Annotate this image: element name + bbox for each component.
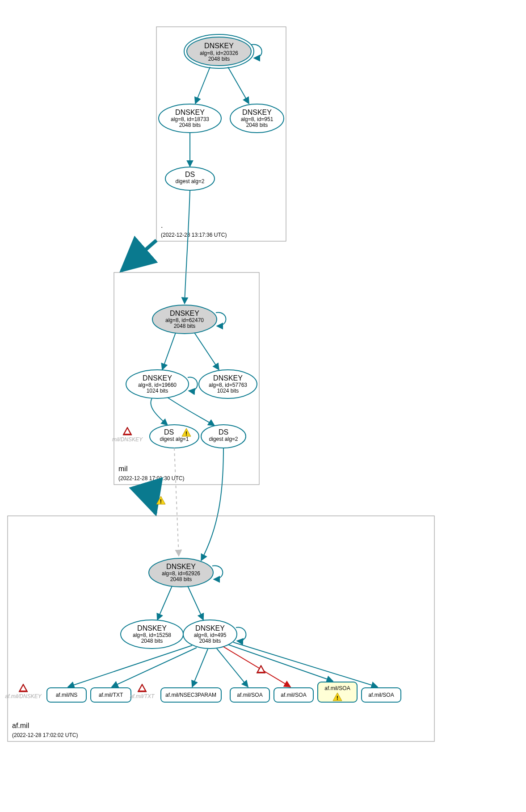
svg-text:DNSKEY: DNSKEY bbox=[166, 563, 196, 570]
svg-text:DNSKEY: DNSKEY bbox=[213, 374, 243, 382]
node-mil-ksk[interactable]: DNSKEY alg=8, id=62470 2048 bits bbox=[152, 305, 217, 334]
selfloop bbox=[236, 628, 246, 641]
svg-text:alg=8, id=15258: alg=8, id=15258 bbox=[133, 632, 171, 638]
node-af-ksk[interactable]: DNSKEY alg=8, id=62926 2048 bits bbox=[149, 558, 213, 587]
svg-text:digest alg=2: digest alg=2 bbox=[175, 178, 204, 184]
svg-text:2048 bits: 2048 bits bbox=[199, 638, 221, 644]
zone-mil-ts: (2022-12-28 17:01:30 UTC) bbox=[118, 475, 184, 481]
svg-text:2048 bits: 2048 bits bbox=[246, 122, 268, 128]
edge-red bbox=[223, 647, 290, 687]
node-mil-zsk1[interactable]: DNSKEY alg=8, id=19660 1024 bits bbox=[126, 370, 189, 398]
rr-text: af.mil/TXT bbox=[99, 692, 123, 698]
zone-root-ts: (2022-12-28 13:17:36 UTC) bbox=[161, 232, 227, 238]
edge bbox=[188, 586, 203, 620]
edge bbox=[228, 645, 333, 681]
node-root-ds[interactable]: DS digest alg=2 bbox=[165, 167, 215, 190]
edge bbox=[168, 398, 215, 426]
zone-root-label: . bbox=[161, 222, 163, 229]
node-af-zsk1[interactable]: DNSKEY alg=8, id=15258 2048 bits bbox=[121, 620, 183, 649]
edge bbox=[228, 67, 249, 104]
node-sub1: alg=8, id=20326 bbox=[200, 50, 238, 56]
node-root-ksk[interactable]: DNSKEY alg=8, id=20326 2048 bits bbox=[184, 34, 254, 68]
edge bbox=[217, 649, 248, 687]
svg-text:1024 bits: 1024 bits bbox=[147, 388, 168, 394]
svg-text:alg=8, id=57763: alg=8, id=57763 bbox=[209, 382, 247, 388]
rr-text: af.mil/NSEC3PARAM bbox=[165, 692, 216, 698]
svg-text:DS: DS bbox=[164, 428, 174, 436]
rr-text: af.mil/SOA bbox=[281, 692, 306, 698]
svg-text:af.mil/DNSKEY: af.mil/DNSKEY bbox=[5, 693, 42, 699]
edge bbox=[195, 67, 210, 104]
node-sub2: 2048 bits bbox=[208, 56, 230, 62]
warning-icon[interactable] bbox=[156, 496, 165, 505]
af-txt-greyed: af.mil/TXT bbox=[130, 684, 155, 699]
svg-text:af.mil/TXT: af.mil/TXT bbox=[130, 693, 155, 699]
rr-text: af.mil/SOA bbox=[237, 692, 262, 698]
node-mil-ds2[interactable]: DS digest alg=2 bbox=[201, 425, 246, 448]
edge bbox=[68, 645, 192, 687]
svg-text:alg=8, id=62926: alg=8, id=62926 bbox=[162, 570, 200, 577]
delegation-arrow bbox=[122, 240, 156, 271]
delegation-arrow bbox=[147, 486, 156, 514]
error-icon[interactable] bbox=[257, 665, 265, 673]
edge bbox=[194, 333, 219, 370]
selfloop bbox=[188, 377, 198, 391]
svg-text:digest alg=2: digest alg=2 bbox=[209, 436, 238, 442]
greyed-mil-dnskey: mil/DNSKEY bbox=[112, 436, 143, 443]
dnssec-graph: ! . (2022-12-28 13:17:36 UTC) DNSKEY alg… bbox=[0, 0, 526, 812]
node-title: DNSKEY bbox=[204, 42, 234, 50]
edge bbox=[233, 642, 378, 687]
svg-text:DNSKEY: DNSKEY bbox=[137, 624, 167, 632]
svg-text:alg=8, id=495: alg=8, id=495 bbox=[194, 632, 227, 638]
rr-text: af.mil/NS bbox=[56, 692, 78, 698]
edge bbox=[201, 448, 223, 561]
svg-text:DNSKEY: DNSKEY bbox=[242, 109, 272, 116]
svg-text:DS: DS bbox=[185, 171, 195, 178]
af-dnskey-greyed: af.mil/DNSKEY bbox=[5, 684, 42, 699]
svg-text:alg=8, id=18733: alg=8, id=18733 bbox=[171, 116, 209, 122]
edge bbox=[192, 649, 208, 687]
edge bbox=[112, 648, 197, 687]
svg-text:DS: DS bbox=[219, 428, 228, 436]
edge bbox=[157, 586, 172, 620]
edge bbox=[162, 333, 176, 370]
edge bbox=[151, 398, 168, 425]
zone-afmil-ts: (2022-12-28 17:02:02 UTC) bbox=[12, 732, 78, 738]
svg-text:DNSKEY: DNSKEY bbox=[175, 109, 205, 116]
svg-text:DNSKEY: DNSKEY bbox=[170, 310, 199, 317]
svg-text:2048 bits: 2048 bits bbox=[174, 323, 196, 329]
svg-text:alg=8, id=951: alg=8, id=951 bbox=[241, 116, 274, 122]
selfloop bbox=[212, 566, 223, 579]
svg-text:2048 bits: 2048 bits bbox=[141, 638, 163, 644]
svg-text:DNSKEY: DNSKEY bbox=[195, 624, 225, 632]
svg-text:alg=8, id=62470: alg=8, id=62470 bbox=[165, 317, 204, 323]
node-mil-zsk2[interactable]: DNSKEY alg=8, id=57763 1024 bits bbox=[199, 370, 257, 398]
node-root-zsk1[interactable]: DNSKEY alg=8, id=18733 2048 bits bbox=[159, 104, 221, 133]
svg-text:1024 bits: 1024 bits bbox=[217, 388, 239, 394]
svg-text:2048 bits: 2048 bits bbox=[170, 576, 192, 582]
node-root-zsk2[interactable]: DNSKEY alg=8, id=951 2048 bits bbox=[230, 104, 284, 133]
svg-text:DNSKEY: DNSKEY bbox=[143, 374, 172, 382]
rr-text: af.mil/SOA bbox=[324, 685, 350, 691]
edge-dashed bbox=[174, 448, 179, 556]
error-icon[interactable] bbox=[123, 427, 132, 435]
error-icon[interactable] bbox=[19, 684, 28, 692]
node-af-zsk2[interactable]: DNSKEY alg=8, id=495 2048 bits bbox=[183, 620, 237, 649]
zone-mil-label: mil bbox=[118, 465, 127, 473]
node-mil-ds1[interactable]: DS digest alg=1 bbox=[150, 425, 199, 448]
svg-text:digest alg=1: digest alg=1 bbox=[160, 436, 189, 442]
selfloop bbox=[216, 313, 226, 326]
svg-text:2048 bits: 2048 bits bbox=[179, 122, 201, 128]
zone-afmil-label: af.mil bbox=[12, 722, 29, 729]
svg-text:alg=8, id=19660: alg=8, id=19660 bbox=[138, 382, 177, 388]
edge bbox=[185, 190, 190, 304]
error-icon[interactable] bbox=[138, 684, 147, 692]
rr-text: af.mil/SOA bbox=[368, 692, 394, 698]
